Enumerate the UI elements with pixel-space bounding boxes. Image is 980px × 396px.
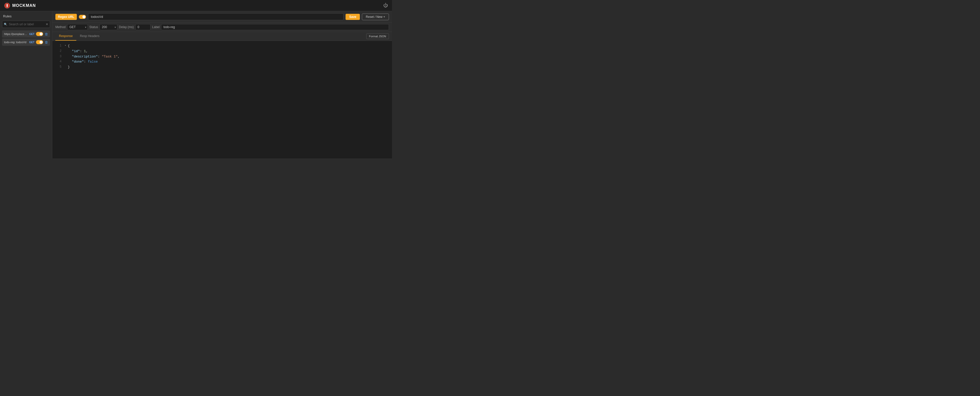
svg-rect-1 <box>6 4 8 6</box>
tabs-row: Response Resp Headers Format JSON <box>52 32 392 41</box>
status-label: Status <box>89 25 98 29</box>
reset-button[interactable]: Reset / New + <box>362 14 389 20</box>
format-json-button[interactable]: Format JSON <box>366 34 389 39</box>
rule-method: GET <box>29 41 35 44</box>
rule-toggle[interactable] <box>36 40 43 44</box>
tab-resp-headers[interactable]: Resp Headers <box>76 32 103 41</box>
tab-response[interactable]: Response <box>56 32 76 41</box>
code-line: 3 • "description": "Task 1", <box>52 54 392 59</box>
line-number: 5 <box>56 65 62 70</box>
regex-url-button[interactable]: Regex URL <box>56 14 77 20</box>
code-line: 4 • "done": false <box>52 59 392 65</box>
code-line: 5 • } <box>52 65 392 70</box>
code-line: 1 • { <box>52 43 392 49</box>
app-name: MOCKMAN <box>12 3 36 8</box>
power-icon[interactable]: ⏻ <box>383 3 388 8</box>
method-select-wrapper: GET POST PUT PATCH DELETE ▾ <box>67 24 88 30</box>
code-content: { <box>68 43 70 49</box>
header: MOCKMAN ⏻ <box>0 0 392 11</box>
main-layout: Rules 🔍 ✕ https://jsonplaceholder.typico… <box>0 11 392 158</box>
line-number: 1 <box>56 43 62 48</box>
tabs-left: Response Resp Headers <box>56 32 103 41</box>
search-container: 🔍 ✕ <box>2 21 50 28</box>
fold-dot-placeholder: • <box>65 54 66 59</box>
method-label: Method <box>56 25 65 29</box>
rule-url: todo-reg: todosVd <box>4 41 27 44</box>
sidebar: Rules 🔍 ✕ https://jsonplaceholder.typico… <box>0 11 52 158</box>
delay-input[interactable] <box>135 24 151 30</box>
rule-method: GET <box>29 33 35 35</box>
search-clear-icon[interactable]: ✕ <box>46 22 48 26</box>
list-item[interactable]: todo-reg: todosVd GET 🗑 <box>2 38 50 46</box>
status-select-wrapper: 200 201 400 404 500 ▾ <box>100 24 118 30</box>
code-content: "description": "Task 1", <box>68 54 120 59</box>
delete-icon[interactable]: 🗑 <box>45 32 48 36</box>
config-row: Method GET POST PUT PATCH DELETE ▾ Statu… <box>52 22 392 32</box>
fold-dot-placeholder: • <box>65 59 66 64</box>
toolbar: Regex URL Save Reset / New + <box>52 11 392 22</box>
label-input[interactable] <box>161 24 389 30</box>
line-number: 2 <box>56 49 62 54</box>
regex-toggle[interactable] <box>79 15 86 19</box>
method-select[interactable]: GET POST PUT PATCH DELETE <box>67 24 88 30</box>
fold-dot-placeholder: • <box>65 49 66 53</box>
url-input[interactable] <box>88 13 344 20</box>
code-line: 2 • "id": 1, <box>52 49 392 54</box>
code-content: "id": 1, <box>68 49 88 54</box>
search-input[interactable] <box>2 21 50 28</box>
rule-url: https://jsonplaceholder.typicode.com/tod… <box>4 32 27 35</box>
line-number: 4 <box>56 59 62 64</box>
main-panel: Regex URL Save Reset / New + Method GET … <box>52 11 392 158</box>
logo-area: MOCKMAN <box>4 3 36 9</box>
line-number: 3 <box>56 54 62 59</box>
search-icon: 🔍 <box>4 23 7 26</box>
delete-icon[interactable]: 🗑 <box>45 40 48 44</box>
save-button[interactable]: Save <box>345 14 360 20</box>
fold-dot[interactable]: • <box>65 43 66 48</box>
label-label: Label <box>152 25 159 29</box>
delay-label: Delay (ms) <box>119 25 134 29</box>
list-item[interactable]: https://jsonplaceholder.typicode.com/tod… <box>2 30 50 38</box>
logo-icon <box>4 3 10 9</box>
code-content: } <box>68 65 70 70</box>
sidebar-title: Rules <box>2 14 50 21</box>
code-content: "done": false <box>68 59 98 65</box>
code-editor: 1 • { 2 • "id": 1, 3 • "description": " <box>52 41 392 158</box>
rule-toggle[interactable] <box>36 32 43 36</box>
status-select[interactable]: 200 201 400 404 500 <box>100 24 118 30</box>
fold-dot-placeholder: • <box>65 65 66 69</box>
